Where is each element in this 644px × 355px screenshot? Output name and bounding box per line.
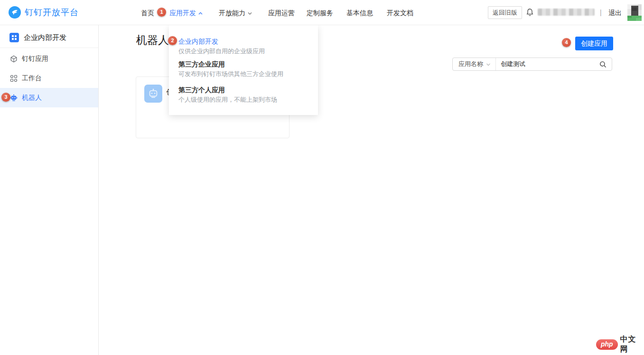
dingtalk-open-platform-screen: 钉钉开放平台 首页 应用开发 开放能力 应用运营 定制服务 基本信息 开发文档 … <box>0 0 644 355</box>
page-title: 机器人 <box>136 33 169 48</box>
sidebar-header-label: 企业内部开发 <box>24 33 66 42</box>
search-field-label: 应用名称 <box>458 60 483 68</box>
watermark-site-text: 中文网 <box>620 335 644 355</box>
annotation-badge-2: 2 <box>168 36 177 45</box>
workbench-grid-icon <box>10 75 18 82</box>
nav-custom-service[interactable]: 定制服务 <box>307 9 333 18</box>
sidebar-item-workbench[interactable]: 工作台 <box>0 68 98 88</box>
nav-basic-info-label: 基本信息 <box>346 9 373 18</box>
hexagon-box-icon <box>10 55 18 63</box>
robot-card-icon <box>144 85 162 103</box>
caret-down-icon <box>247 10 252 17</box>
caret-up-icon <box>198 10 203 17</box>
nav-open-capability-label: 开放能力 <box>219 9 245 18</box>
topbar: 钉钉开放平台 首页 应用开发 开放能力 应用运营 定制服务 基本信息 开发文档 … <box>0 0 644 25</box>
app-dev-dropdown: 企业内部开发 仅供企业内部自用的企业级应用 第三方企业应用 可发布到钉钉市场供其… <box>169 25 318 115</box>
sidebar-item-dingtalk-app[interactable]: 钉钉应用 <box>0 49 98 68</box>
nav-app-dev[interactable]: 应用开发 <box>169 9 203 18</box>
sidebar-divider <box>0 48 98 48</box>
search-input[interactable] <box>496 61 599 68</box>
nav-custom-service-label: 定制服务 <box>307 9 333 18</box>
search-field-selector[interactable]: 应用名称 <box>453 58 495 70</box>
avatar[interactable] <box>627 4 642 21</box>
logout-link[interactable]: 退出 <box>608 9 622 18</box>
nav-app-operation[interactable]: 应用运营 <box>268 9 295 18</box>
dropdown-item-desc: 个人级使用的应用，不能上架到市场 <box>178 96 277 104</box>
create-app-button[interactable]: 创建应用 <box>575 37 613 50</box>
nav-home-label: 首页 <box>141 9 154 18</box>
caret-down-icon <box>486 61 491 68</box>
sidebar-header-enterprise-internal[interactable]: 企业内部开发 <box>0 28 98 47</box>
back-to-old-version-button[interactable]: 返回旧版 <box>488 6 522 19</box>
sidebar-item-label: 工作台 <box>22 74 42 83</box>
dropdown-item-third-party-enterprise[interactable]: 第三方企业应用 <box>178 60 225 69</box>
nav-app-operation-label: 应用运营 <box>268 9 295 18</box>
nav-dev-docs-label: 开发文档 <box>387 9 413 18</box>
robot-icon <box>10 94 18 102</box>
sidebar-item-label: 机器人 <box>22 94 42 102</box>
nav-dev-docs[interactable]: 开发文档 <box>387 9 413 18</box>
dropdown-item-third-party-personal[interactable]: 第三方个人应用 <box>178 86 225 95</box>
grid-app-icon <box>9 33 19 42</box>
php-cn-watermark: php 中文网 <box>596 335 644 355</box>
dingtalk-logo-icon <box>9 6 21 19</box>
annotation-badge-1: 1 <box>157 8 166 17</box>
search-box: 应用名称 <box>452 58 612 71</box>
username-redacted <box>538 9 595 16</box>
nav-home[interactable]: 首页 <box>141 9 154 18</box>
search-icon[interactable] <box>599 61 607 68</box>
php-logo: php <box>596 339 618 350</box>
user-separator: | <box>600 9 602 16</box>
dropdown-item-enterprise-internal[interactable]: 企业内部开发 <box>178 38 218 46</box>
nav-app-dev-label: 应用开发 <box>169 9 196 18</box>
bell-icon[interactable] <box>526 8 534 19</box>
platform-logo[interactable]: 钉钉开放平台 <box>9 6 79 19</box>
nav-basic-info[interactable]: 基本信息 <box>346 9 373 18</box>
sidebar: 企业内部开发 钉钉应用 工作台 机器人 <box>0 25 99 355</box>
platform-logo-text: 钉钉开放平台 <box>25 7 79 18</box>
dropdown-item-desc: 可发布到钉钉市场供其他三方企业使用 <box>178 70 283 78</box>
annotation-badge-3: 3 <box>1 93 10 102</box>
annotation-badge-4: 4 <box>562 38 571 47</box>
dropdown-item-desc: 仅供企业内部自用的企业级应用 <box>178 47 265 56</box>
sidebar-item-label: 钉钉应用 <box>22 55 48 63</box>
sidebar-item-robot[interactable]: 机器人 <box>0 88 98 107</box>
nav-open-capability[interactable]: 开放能力 <box>219 9 252 18</box>
